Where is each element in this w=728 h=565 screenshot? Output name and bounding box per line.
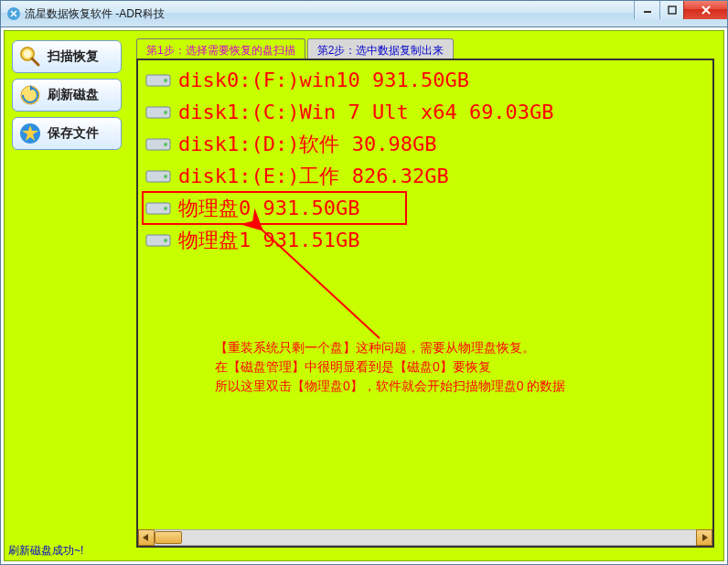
- svg-marker-23: [143, 534, 148, 541]
- refresh-disk-button[interactable]: 刷新磁盘: [12, 79, 122, 112]
- save-files-button[interactable]: 保存文件: [12, 117, 122, 150]
- minimize-button[interactable]: [634, 1, 659, 19]
- close-icon: [701, 5, 712, 16]
- svg-line-5: [32, 59, 38, 65]
- disk-icon: [145, 103, 171, 122]
- disk-row[interactable]: disk1:(E:)工作 826.32GB: [142, 160, 709, 192]
- disk-icon: [145, 135, 171, 154]
- scroll-track[interactable]: [155, 529, 696, 546]
- refresh-icon: [18, 83, 42, 107]
- window-title: 流星数据恢复软件 -ADR科技: [25, 6, 165, 22]
- minimize-icon: [643, 5, 652, 15]
- close-button[interactable]: [683, 1, 727, 19]
- scan-recover-label: 扫描恢复: [48, 48, 99, 65]
- disk-label: disk0:(F:)win10 931.50GB: [178, 69, 469, 91]
- client-area: 扫描恢复 刷新磁盘 保存文件 第1步：选择需要恢复的盘扫描: [0, 27, 728, 565]
- window-controls: [634, 1, 727, 19]
- disk-icon: [145, 71, 171, 90]
- scroll-right-button[interactable]: [696, 529, 712, 546]
- sidebar: 扫描恢复 刷新磁盘 保存文件: [12, 40, 123, 155]
- disk-icon: [145, 199, 171, 218]
- magnifier-icon: [18, 45, 42, 69]
- scroll-thumb[interactable]: [155, 531, 182, 544]
- disk-label: disk1:(E:)工作 826.32GB: [178, 163, 449, 190]
- inner-panel: 扫描恢复 刷新磁盘 保存文件 第1步：选择需要恢复的盘扫描: [4, 30, 724, 561]
- status-text: 刷新磁盘成功~!: [8, 543, 83, 559]
- svg-point-15: [164, 143, 167, 146]
- disk-label: disk1:(D:)软件 30.98GB: [178, 131, 436, 158]
- chevron-right-icon: [701, 534, 708, 541]
- svg-rect-2: [669, 6, 676, 14]
- titlebar: 流星数据恢复软件 -ADR科技: [0, 0, 728, 27]
- disk-label: disk1:(C:)Win 7 Ult x64 69.03GB: [178, 101, 554, 123]
- annotation-line: 在【磁盘管理】中很明显看到是【磁盘0】要恢复: [215, 357, 565, 377]
- disk-row[interactable]: disk0:(F:)win10 931.50GB: [142, 64, 709, 96]
- annotation-line: 所以这里双击【物理盘0】，软件就会开始扫描物理盘0 的数据: [215, 377, 565, 396]
- disk-list: disk0:(F:)win10 931.50GB disk1:(C:)Win 7…: [142, 64, 709, 528]
- disk-row[interactable]: 物理盘0 931.50GB: [142, 192, 709, 224]
- disk-row[interactable]: disk1:(D:)软件 30.98GB: [142, 128, 709, 160]
- disk-label: 物理盘0 931.50GB: [178, 195, 359, 222]
- svg-point-13: [164, 111, 167, 114]
- refresh-disk-label: 刷新磁盘: [48, 87, 99, 103]
- annotation-text: 【重装系统只剩一个盘】这种问题，需要从物理盘恢复。 在【磁盘管理】中很明显看到是…: [215, 338, 565, 396]
- svg-point-11: [164, 79, 167, 82]
- disk-icon: [145, 167, 171, 186]
- svg-point-17: [164, 175, 167, 178]
- horizontal-scrollbar[interactable]: [138, 529, 712, 546]
- svg-point-4: [24, 50, 31, 58]
- disk-row[interactable]: disk1:(C:)Win 7 Ult x64 69.03GB: [142, 96, 709, 128]
- save-files-label: 保存文件: [48, 125, 99, 142]
- disk-label: 物理盘1 931.51GB: [178, 227, 359, 254]
- maximize-button[interactable]: [659, 1, 683, 19]
- scroll-left-button[interactable]: [138, 529, 155, 546]
- scan-recover-button[interactable]: 扫描恢复: [12, 40, 122, 73]
- disk-list-panel: disk0:(F:)win10 931.50GB disk1:(C:)Win 7…: [136, 59, 714, 548]
- star-icon: [18, 122, 42, 145]
- disk-icon: [145, 231, 171, 250]
- disk-row[interactable]: 物理盘1 931.51GB: [142, 224, 709, 256]
- app-icon: [6, 6, 21, 21]
- svg-point-19: [164, 207, 167, 210]
- svg-marker-24: [702, 534, 708, 541]
- chevron-left-icon: [143, 534, 150, 541]
- maximize-icon: [668, 5, 677, 15]
- svg-point-21: [164, 239, 167, 242]
- annotation-line: 【重装系统只剩一个盘】这种问题，需要从物理盘恢复。: [215, 338, 565, 357]
